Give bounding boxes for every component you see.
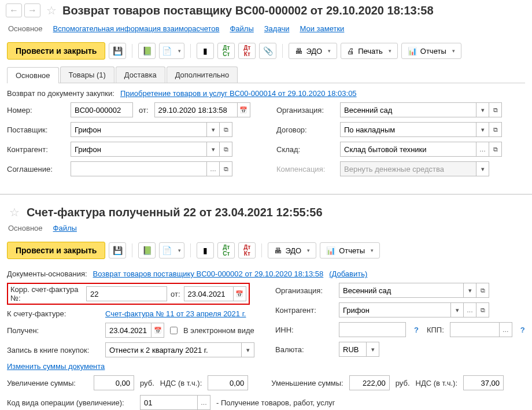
post-button[interactable]: 📗 bbox=[138, 43, 156, 59]
open-icon[interactable]: ⧉ bbox=[220, 122, 232, 137]
calendar-icon[interactable]: 📅 bbox=[234, 286, 246, 301]
choose-icon[interactable]: … bbox=[464, 302, 476, 317]
open-icon[interactable]: ⧉ bbox=[489, 142, 502, 157]
reports-button[interactable]: 📊Отчеты bbox=[401, 43, 461, 59]
create-based-on-button[interactable]: 📄 bbox=[159, 43, 184, 59]
hlink-files[interactable]: Файлы bbox=[53, 224, 77, 234]
basis-add-link[interactable]: (Добавить) bbox=[329, 269, 367, 278]
nav-back-button[interactable]: ← bbox=[6, 3, 22, 17]
attachment-button[interactable]: 📎 bbox=[259, 43, 276, 59]
dropdown-icon[interactable]: ▾ bbox=[367, 342, 379, 357]
hlink-aux[interactable]: Вспомогательная информация взаиморасчето… bbox=[53, 24, 220, 34]
hlink-notes[interactable]: Мои заметки bbox=[300, 24, 344, 34]
corr-date-input[interactable] bbox=[184, 286, 234, 301]
choose-icon[interactable]: … bbox=[198, 395, 210, 410]
post-and-close-button[interactable]: Провести и закрыть bbox=[7, 242, 105, 259]
corr-num-input[interactable] bbox=[86, 286, 167, 301]
hlink-tasks[interactable]: Задачи bbox=[264, 24, 290, 34]
structure-button[interactable]: ▮ bbox=[197, 43, 214, 59]
to-invoice-link[interactable]: Счет-фактура № 11 от 23 апреля 2021 г. bbox=[105, 309, 246, 318]
agreement-label: Соглашение: bbox=[7, 165, 65, 173]
help-icon[interactable]: ? bbox=[518, 326, 527, 334]
nav-forward-button[interactable]: → bbox=[24, 3, 40, 17]
save-button[interactable]: 💾 bbox=[109, 242, 126, 258]
dropdown-icon[interactable]: ▾ bbox=[242, 342, 254, 357]
hlink-main[interactable]: Основное bbox=[8, 24, 43, 34]
structure-button[interactable]: ▮ bbox=[197, 242, 214, 258]
open-icon[interactable]: ⧉ bbox=[489, 102, 502, 117]
warehouse-input[interactable] bbox=[340, 142, 476, 157]
nds-label: НДС (в т.ч.): bbox=[160, 379, 202, 387]
dtcr-button[interactable]: ДтСт bbox=[217, 242, 235, 258]
tab-delivery[interactable]: Доставка bbox=[116, 67, 165, 83]
op-inc-desc: - Получение товаров, работ, услуг bbox=[216, 398, 335, 407]
post-button[interactable]: 📗 bbox=[138, 242, 156, 258]
tab-main[interactable]: Основное bbox=[7, 67, 59, 83]
received-date-input[interactable] bbox=[105, 323, 152, 338]
open-icon[interactable]: ⧉ bbox=[220, 142, 232, 157]
currency-input[interactable] bbox=[339, 342, 367, 357]
number-input[interactable] bbox=[71, 102, 133, 117]
contract-label: Договор: bbox=[276, 125, 334, 134]
org-input[interactable] bbox=[339, 283, 464, 298]
dropdown-icon[interactable]: ▾ bbox=[207, 142, 220, 157]
create-based-on-button[interactable]: 📄 bbox=[159, 242, 184, 258]
save-button[interactable]: 💾 bbox=[109, 43, 126, 59]
inc-sum-input[interactable] bbox=[94, 375, 134, 390]
choose-icon[interactable]: … bbox=[500, 322, 512, 337]
choose-icon[interactable]: … bbox=[476, 142, 489, 157]
print-button[interactable]: 🖨Печать bbox=[341, 43, 398, 59]
dec-nds-input[interactable] bbox=[463, 375, 504, 390]
change-sums-link[interactable]: Изменить суммы документа bbox=[7, 362, 105, 371]
dtkt-button[interactable]: ДтКт bbox=[238, 242, 256, 258]
counter-input[interactable] bbox=[339, 302, 451, 317]
counter-label: Контрагент: bbox=[7, 145, 65, 154]
agreement-input[interactable] bbox=[71, 161, 207, 176]
edo-button[interactable]: 🖶ЭДО bbox=[289, 43, 337, 59]
choose-icon[interactable]: … bbox=[207, 161, 220, 176]
hlink-files[interactable]: Файлы bbox=[230, 24, 253, 34]
date-input[interactable] bbox=[154, 102, 238, 117]
hlink-main[interactable]: Основное bbox=[8, 224, 43, 234]
tab-goods[interactable]: Товары (1) bbox=[60, 67, 114, 83]
op-inc-input[interactable] bbox=[140, 395, 198, 410]
favorite-star-icon[interactable]: ☆ bbox=[9, 205, 20, 219]
calendar-icon[interactable]: 📅 bbox=[152, 323, 164, 338]
dtcr-button[interactable]: ДтСт bbox=[217, 43, 235, 59]
favorite-star-icon[interactable]: ☆ bbox=[46, 3, 57, 17]
dec-sum-input[interactable] bbox=[349, 375, 390, 390]
calendar-icon[interactable]: 📅 bbox=[238, 102, 250, 117]
rub-label: руб. bbox=[396, 379, 410, 387]
reports-button[interactable]: 📊Отчеты bbox=[320, 242, 380, 258]
open-icon[interactable]: ⧉ bbox=[220, 161, 232, 176]
open-icon[interactable]: ⧉ bbox=[476, 283, 489, 298]
basis-link[interactable]: Возврат товаров поставщику BC00-000002 о… bbox=[93, 269, 324, 278]
electronic-checkbox[interactable] bbox=[170, 327, 178, 334]
dropdown-icon[interactable]: ▾ bbox=[451, 302, 464, 317]
org-input[interactable] bbox=[340, 102, 476, 117]
inc-nds-input[interactable] bbox=[208, 375, 248, 390]
book-input[interactable] bbox=[105, 342, 242, 357]
counter-input[interactable] bbox=[71, 142, 207, 157]
dropdown-icon[interactable]: ▾ bbox=[476, 161, 489, 176]
org-label: Организация: bbox=[276, 106, 334, 114]
dropdown-icon[interactable]: ▾ bbox=[476, 122, 489, 137]
open-icon[interactable]: ⧉ bbox=[489, 122, 502, 137]
received-label: Получен: bbox=[7, 326, 99, 335]
kpp-input[interactable] bbox=[450, 322, 500, 337]
supplier-input[interactable] bbox=[71, 122, 207, 137]
inn-input[interactable] bbox=[339, 322, 406, 337]
contract-input[interactable] bbox=[340, 122, 476, 137]
return-by-link[interactable]: Приобретение товаров и услуг BC00-000014… bbox=[120, 89, 357, 98]
from-label: от: bbox=[171, 290, 180, 298]
tab-extra[interactable]: Дополнительно bbox=[167, 67, 238, 83]
dropdown-icon[interactable]: ▾ bbox=[464, 283, 476, 298]
open-icon[interactable]: ⧉ bbox=[476, 302, 489, 317]
dtkt-button[interactable]: ДтКт bbox=[238, 43, 256, 59]
help-icon[interactable]: ? bbox=[412, 326, 421, 334]
rub-label: руб. bbox=[140, 379, 154, 387]
dropdown-icon[interactable]: ▾ bbox=[207, 122, 220, 137]
post-and-close-button[interactable]: Провести и закрыть bbox=[7, 42, 105, 60]
dropdown-icon[interactable]: ▾ bbox=[476, 102, 489, 117]
edo-button[interactable]: 🖶ЭДО bbox=[268, 242, 316, 258]
